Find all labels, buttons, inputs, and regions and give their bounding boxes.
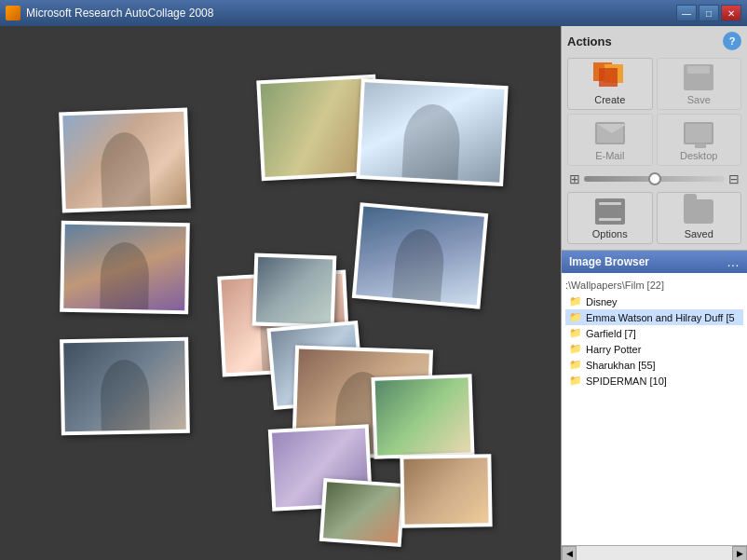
desktop-label: Desktop	[680, 150, 717, 161]
photo-11[interactable]	[352, 202, 488, 309]
tree-item-harry[interactable]: 📁 Harry Potter	[565, 341, 743, 357]
tree-root-path: :\Wallpapers\Film [22]	[565, 277, 743, 294]
scroll-right-button[interactable]: ▶	[732, 546, 747, 561]
photo-3[interactable]	[60, 337, 190, 435]
image-browser-menu-button[interactable]: …	[727, 254, 740, 269]
save-button[interactable]: Save	[657, 58, 742, 110]
create-button[interactable]: Create	[567, 58, 653, 110]
tree-item-garfield[interactable]: 📁 Garfield [7]	[565, 325, 743, 341]
options-icon	[593, 197, 627, 226]
photo-13[interactable]	[319, 478, 406, 547]
folder-icon: 📁	[569, 327, 582, 339]
tree-item-label: Harry Potter	[586, 344, 641, 355]
actions-grid: Create Save E-Mail	[567, 58, 741, 166]
save-icon	[682, 62, 715, 92]
actions-header: Actions ?	[567, 32, 741, 50]
tree-item-label: Emma Watson and Hilray Duff [5	[586, 312, 735, 323]
tree-item-emma[interactable]: 📁 Emma Watson and Hilray Duff [5	[565, 309, 743, 325]
create-icon	[593, 62, 627, 92]
image-browser-title: Image Browser	[569, 255, 649, 268]
save-label: Save	[687, 94, 711, 105]
photo-7[interactable]	[252, 253, 337, 328]
email-icon	[593, 118, 627, 148]
options-label: Options	[592, 228, 628, 239]
minimize-button[interactable]: —	[676, 5, 697, 21]
image-browser-header: Image Browser …	[562, 251, 747, 273]
folder-icon: 📁	[569, 359, 582, 371]
grid-small-icon: ⊞	[569, 171, 580, 186]
photo-14[interactable]	[400, 454, 492, 528]
photo-1[interactable]	[59, 108, 191, 213]
saved-label: Saved	[685, 228, 713, 239]
tree-item-disney[interactable]: 📁 Disney	[565, 294, 743, 309]
actions-title: Actions	[567, 34, 612, 48]
horizontal-scrollbar[interactable]: ◀ ▶	[562, 545, 747, 560]
tree-item-label: SPIDERMAN [10]	[586, 376, 667, 387]
slider-row: ⊞ ⊟	[567, 171, 741, 186]
collage-area	[0, 26, 561, 560]
slider-thumb	[648, 172, 661, 185]
folder-icon: 📁	[569, 343, 582, 355]
email-button[interactable]: E-Mail	[567, 114, 653, 166]
titlebar-title: Microsoft Research AutoCollage 2008	[26, 7, 676, 20]
main-layout: Actions ? Create	[0, 26, 747, 560]
scroll-left-button[interactable]: ◀	[562, 546, 577, 561]
bottom-action-row: Options Saved	[567, 192, 741, 244]
titlebar-controls: — □ ✕	[676, 5, 741, 21]
titlebar: Microsoft Research AutoCollage 2008 — □ …	[0, 0, 747, 26]
folder-icon: 📁	[569, 311, 582, 323]
help-button[interactable]: ?	[723, 32, 741, 50]
grid-large-icon: ⊟	[728, 171, 740, 186]
image-browser-section: Image Browser … :\Wallpapers\Film [22] 📁…	[562, 251, 747, 560]
photo-10[interactable]	[371, 374, 474, 459]
photo-5[interactable]	[356, 78, 508, 186]
desktop-button[interactable]: Desktop	[657, 114, 742, 166]
folder-icon: 📁	[569, 375, 582, 387]
scroll-track[interactable]	[577, 546, 732, 560]
photo-2[interactable]	[60, 221, 190, 314]
create-label: Create	[594, 94, 625, 105]
zoom-slider[interactable]	[584, 176, 725, 182]
tree-item-label: Disney	[586, 296, 618, 307]
actions-section: Actions ? Create	[562, 26, 747, 251]
saved-icon	[682, 197, 715, 226]
tree-item-sharukhan[interactable]: 📁 Sharukhan [55]	[565, 357, 743, 373]
right-panel: Actions ? Create	[561, 26, 747, 560]
folder-icon: 📁	[569, 295, 582, 307]
browser-tree: :\Wallpapers\Film [22] 📁 Disney 📁 Emma W…	[562, 273, 747, 545]
tree-item-label: Garfield [7]	[586, 328, 636, 339]
options-button[interactable]: Options	[567, 192, 653, 244]
desktop-icon	[682, 118, 715, 148]
tree-item-label: Sharukhan [55]	[586, 360, 656, 371]
email-label: E-Mail	[595, 150, 624, 161]
app-icon	[6, 6, 20, 20]
close-button[interactable]: ✕	[721, 5, 741, 21]
saved-button[interactable]: Saved	[657, 192, 742, 244]
maximize-button[interactable]: □	[699, 5, 719, 21]
tree-item-spiderman[interactable]: 📁 SPIDERMAN [10]	[565, 373, 743, 389]
